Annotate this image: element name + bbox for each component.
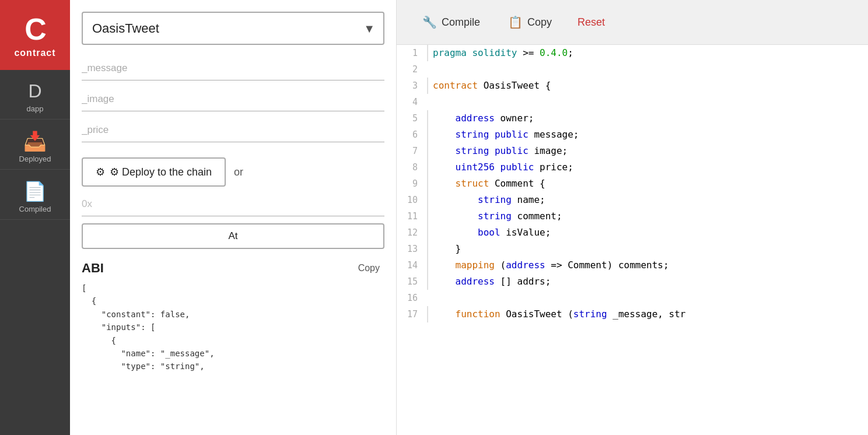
image-field[interactable] — [82, 87, 384, 111]
code-line-17: 17 function OasisTweet (string _message,… — [397, 306, 868, 322]
sidebar-item-dapp[interactable]: D dapp — [0, 70, 70, 120]
line-content: struct Comment { — [427, 176, 868, 192]
copy-icon: 📋 — [508, 15, 523, 29]
deploy-or-label: or — [234, 166, 243, 178]
copy-button[interactable]: 📋 Copy — [496, 9, 564, 35]
line-number: 12 — [397, 224, 427, 241]
abi-content: [ { "constant": false, "inputs": [ { "na… — [82, 282, 384, 373]
code-editor: 1pragma solidity >= 0.4.0;23contract Oas… — [397, 45, 868, 435]
line-content: contract OasisTweet { — [427, 78, 868, 94]
line-content: string comment; — [427, 208, 868, 224]
line-number: 2 — [397, 61, 427, 78]
code-line-9: 9 struct Comment { — [397, 176, 868, 192]
line-content: address [] addrs; — [427, 273, 868, 290]
sidebar-item-deployed-label: Deployed — [19, 155, 51, 163]
logo-label: contract — [14, 48, 55, 58]
contract-select-wrapper: OasisTweet ▼ — [82, 12, 384, 45]
code-line-7: 7 string public image; — [397, 143, 868, 159]
reset-button[interactable]: Reset — [568, 10, 614, 34]
line-number: 1 — [397, 45, 427, 61]
contract-select[interactable]: OasisTweet — [82, 12, 384, 45]
deploy-row: ⚙ ⚙ Deploy to the chain or — [82, 157, 384, 187]
line-number: 8 — [397, 159, 427, 176]
at-button[interactable]: At — [82, 223, 384, 249]
line-number: 4 — [397, 94, 427, 110]
code-line-1: 1pragma solidity >= 0.4.0; — [397, 45, 868, 61]
sidebar-item-dapp-label: dapp — [27, 104, 44, 113]
line-number: 13 — [397, 241, 427, 257]
line-content: pragma solidity >= 0.4.0; — [427, 45, 868, 61]
gear-icon: ⚙ — [96, 166, 105, 178]
message-field[interactable] — [82, 57, 384, 80]
reset-label: Reset — [578, 16, 605, 28]
line-number: 11 — [397, 208, 427, 224]
line-content: function OasisTweet (string _message, st… — [427, 306, 868, 322]
code-line-6: 6 string public message; — [397, 127, 868, 143]
line-number: 15 — [397, 273, 427, 290]
line-number: 14 — [397, 257, 427, 273]
at-button-label: At — [228, 230, 237, 241]
dapp-icon: D — [28, 80, 41, 102]
sidebar-item-compiled[interactable]: 📄 Compiled — [0, 170, 70, 220]
code-toolbar: 🔧 Compile 📋 Copy Reset — [397, 0, 868, 45]
code-line-15: 15 address [] addrs; — [397, 273, 868, 290]
sidebar-item-deployed[interactable]: 📥 Deployed — [0, 120, 70, 170]
logo-letter: C — [24, 12, 46, 47]
code-line-12: 12 bool isValue; — [397, 224, 868, 241]
line-number: 10 — [397, 192, 427, 208]
line-content: mapping (address => Comment) comments; — [427, 257, 868, 273]
line-content: address owner; — [427, 110, 868, 127]
copy-label: Copy — [527, 16, 552, 29]
wrench-icon: 🔧 — [422, 15, 437, 29]
address-input[interactable] — [82, 192, 384, 216]
abi-row: ABI Copy — [82, 261, 384, 276]
deploy-button[interactable]: ⚙ ⚙ Deploy to the chain — [82, 157, 226, 187]
line-number: 5 — [397, 110, 427, 127]
compile-button[interactable]: 🔧 Compile — [411, 9, 492, 35]
code-line-11: 11 string comment; — [397, 208, 868, 224]
code-line-3: 3contract OasisTweet { — [397, 78, 868, 94]
middle-panel: OasisTweet ▼ ⚙ ⚙ Deploy to the chain or … — [70, 0, 397, 435]
code-line-8: 8 uint256 public price; — [397, 159, 868, 176]
line-content: string public message; — [427, 127, 868, 143]
code-line-4: 4 — [397, 94, 868, 110]
code-line-16: 16 — [397, 290, 868, 306]
abi-title: ABI — [82, 261, 104, 276]
line-content: bool isValue; — [427, 224, 868, 241]
line-content: string name; — [427, 192, 868, 208]
code-line-2: 2 — [397, 61, 868, 78]
code-line-13: 13 } — [397, 241, 868, 257]
compile-label: Compile — [442, 16, 480, 29]
line-content: uint256 public price; — [427, 159, 868, 176]
abi-copy-button[interactable]: Copy — [354, 261, 384, 276]
line-number: 16 — [397, 290, 427, 306]
line-content: string public image; — [427, 143, 868, 159]
code-panel: 🔧 Compile 📋 Copy Reset 1pragma solidity … — [397, 0, 868, 435]
line-number: 6 — [397, 127, 427, 143]
line-number: 9 — [397, 176, 427, 192]
line-number: 17 — [397, 306, 427, 322]
line-content: } — [427, 241, 868, 257]
line-number: 3 — [397, 78, 427, 94]
code-line-5: 5 address owner; — [397, 110, 868, 127]
sidebar: C contract D dapp 📥 Deployed 📄 Compiled — [0, 0, 70, 435]
sidebar-logo[interactable]: C contract — [0, 0, 70, 70]
code-line-10: 10 string name; — [397, 192, 868, 208]
price-field[interactable] — [82, 118, 384, 142]
line-number: 7 — [397, 143, 427, 159]
deploy-button-label: ⚙ Deploy to the chain — [110, 166, 212, 178]
deployed-icon: 📥 — [23, 130, 47, 152]
sidebar-item-compiled-label: Compiled — [19, 205, 51, 213]
code-line-14: 14 mapping (address => Comment) comments… — [397, 257, 868, 273]
compiled-icon: 📄 — [23, 180, 47, 202]
